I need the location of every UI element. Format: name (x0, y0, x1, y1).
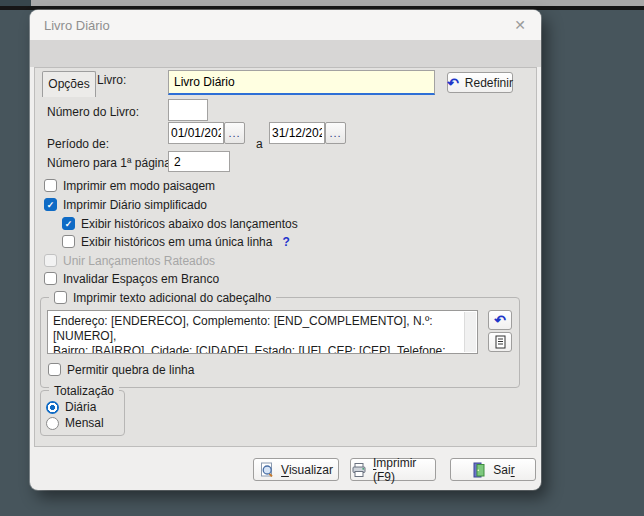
memo-line-2: Bairro: [BAIRRO], Cidade: [CIDADE], Esta… (53, 344, 461, 354)
radio-button (46, 401, 59, 414)
checkbox-box (44, 179, 57, 192)
header-group-legend-label: Imprimir texto adicional do cabeçalho (73, 291, 271, 305)
printer-icon (351, 462, 367, 478)
close-icon[interactable]: ✕ (509, 15, 531, 35)
pagina-input[interactable] (168, 151, 230, 172)
memo-template-button[interactable] (488, 332, 512, 352)
checkbox-quebra-linha[interactable]: Permitir quebra de linha (48, 362, 194, 377)
radio-label: Diária (65, 400, 96, 414)
help-icon[interactable]: ? (282, 235, 289, 249)
exit-door-icon (471, 462, 487, 478)
memo-undo-button[interactable]: ↶ (488, 310, 512, 330)
redefinir-label: Redefinir (465, 76, 513, 90)
checkbox-box (44, 254, 57, 267)
visualizar-button[interactable]: Visualizar (253, 458, 339, 481)
imprimir-button[interactable]: Imprimir (F9) (350, 458, 436, 481)
checkbox-modo-paisagem[interactable]: Imprimir em modo paisagem (44, 178, 215, 193)
checkbox-box (48, 363, 61, 376)
periodo-label: Período de: (47, 137, 109, 151)
header-text-memo[interactable]: Endereço: [ENDERECO], Complemento: [END_… (47, 310, 478, 354)
document-icon (494, 335, 507, 349)
checkbox-label: Imprimir Diário simplificado (63, 198, 207, 212)
radio-diaria[interactable]: Diária (46, 400, 96, 414)
periodo-ate-input[interactable] (269, 122, 325, 144)
checkbox-box (62, 235, 75, 248)
checkbox-label: Imprimir em modo paisagem (63, 179, 215, 193)
checkbox-box[interactable] (54, 291, 67, 304)
sair-button[interactable]: Sair (450, 458, 536, 481)
checkbox-unir-lancamentos: Unir Lançamentos Rateados (44, 253, 215, 268)
numero-livro-label: Número do Livro: (47, 105, 139, 119)
redefinir-button[interactable]: ↶ Redefinir (447, 72, 513, 93)
imprimir-label: Imprimir (F9) (373, 456, 435, 484)
checkbox-label: Exibir históricos abaixo dos lançamentos (81, 217, 298, 231)
memo-line-1: Endereço: [ENDERECO], Complemento: [END_… (53, 314, 461, 344)
totalizacao-legend: Totalização (49, 383, 119, 398)
numero-livro-input[interactable] (168, 99, 208, 121)
checkbox-label: Unir Lançamentos Rateados (63, 254, 215, 268)
tab-strip: Opções Composição (30, 40, 541, 67)
radio-mensal[interactable]: Mensal (46, 416, 104, 430)
sair-label: Sair (493, 463, 514, 477)
checkbox-label: Permitir quebra de linha (67, 363, 194, 377)
checkbox-label: Invalidar Espaços em Branco (63, 272, 219, 286)
radio-button (46, 417, 59, 430)
livro-diario-dialog: Livro Diário ✕ Opções Composição Título … (30, 10, 541, 490)
checkbox-box: ✓ (44, 198, 57, 211)
header-group-legend[interactable]: Imprimir texto adicional do cabeçalho (49, 290, 276, 305)
undo-icon: ↶ (494, 313, 506, 327)
memo-scrollbar[interactable] (464, 312, 476, 352)
periodo-separator: a (256, 137, 263, 151)
checkbox-diario-simplificado[interactable]: ✓ Imprimir Diário simplificado (44, 197, 207, 212)
window-title: Livro Diário (44, 18, 110, 33)
titulo-input[interactable] (168, 70, 435, 95)
checkbox-invalidar-espacos[interactable]: Invalidar Espaços em Branco (44, 271, 219, 286)
checkbox-historicos-abaixo[interactable]: ✓ Exibir históricos abaixo dos lançament… (62, 216, 298, 231)
visualizar-label: Visualizar (281, 463, 333, 477)
preview-icon (259, 462, 275, 478)
radio-label: Mensal (65, 416, 104, 430)
undo-icon: ↶ (447, 76, 459, 90)
checkbox-label: Exibir históricos em uma única linha (81, 235, 272, 249)
checkbox-box (44, 272, 57, 285)
periodo-ate-picker-button[interactable]: ... (325, 122, 346, 144)
checkbox-box: ✓ (62, 217, 75, 230)
tab-opcoes[interactable]: Opções (42, 71, 96, 97)
periodo-de-input[interactable] (168, 122, 224, 144)
checkbox-historicos-unica-linha[interactable]: Exibir históricos em uma única linha ? (62, 234, 290, 249)
periodo-de-picker-button[interactable]: ... (224, 122, 245, 144)
pagina-label: Número para 1ª página: (47, 156, 174, 170)
title-bar[interactable]: Livro Diário ✕ (30, 10, 541, 40)
